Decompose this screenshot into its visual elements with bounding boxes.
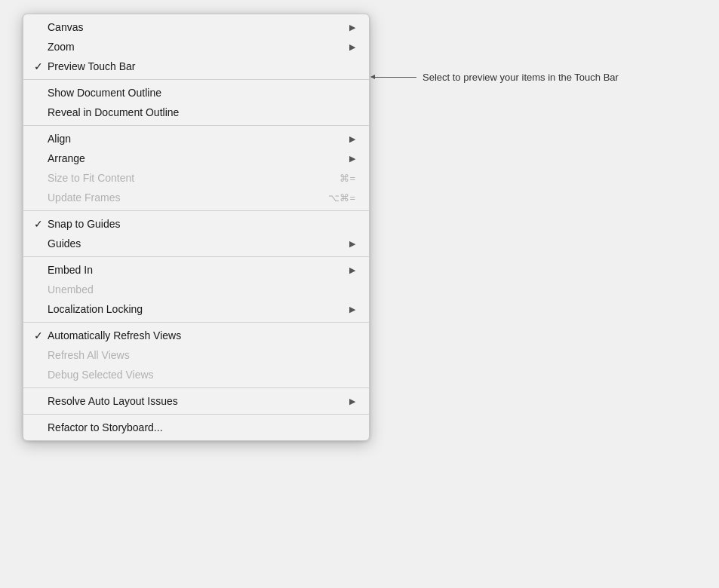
menu-item-unembed: Unembed xyxy=(23,280,369,299)
menu-item-label: Embed In xyxy=(48,264,349,276)
submenu-arrow-icon: ▶ xyxy=(349,154,355,164)
menu-separator xyxy=(23,210,369,211)
menu-item-label: Preview Touch Bar xyxy=(48,60,355,72)
menu-item-label: Zoom xyxy=(48,41,349,53)
menu-separator xyxy=(23,125,369,126)
menu-item-snap-to-guides[interactable]: ✓Snap to Guides xyxy=(23,214,369,234)
menu-item-update-frames: Update Frames⌥⌘= xyxy=(23,188,369,207)
menu-separator xyxy=(23,387,369,388)
menu-item-checkmark: ✓ xyxy=(34,60,48,72)
menu-item-checkmark: ✓ xyxy=(34,329,48,341)
context-menu: Canvas▶Zoom▶✓Preview Touch BarShow Docum… xyxy=(23,14,370,441)
menu-item-label: Reveal in Document Outline xyxy=(48,106,355,118)
menu-item-label: Guides xyxy=(48,237,349,250)
tooltip-arrow xyxy=(371,77,416,78)
submenu-arrow-icon: ▶ xyxy=(349,23,355,32)
submenu-arrow-icon: ▶ xyxy=(349,42,355,52)
submenu-arrow-icon: ▶ xyxy=(349,134,355,144)
menu-item-refresh-all-views: Refresh All Views xyxy=(23,345,369,365)
menu-item-size-to-fit: Size to Fit Content⌘= xyxy=(23,168,369,188)
menu-item-label: Refactor to Storyboard... xyxy=(48,421,355,433)
menu-separator xyxy=(23,79,369,80)
menu-item-embed-in[interactable]: Embed In▶ xyxy=(23,260,369,280)
menu-separator xyxy=(23,322,369,323)
menu-item-label: Size to Fit Content xyxy=(48,172,324,184)
menu-item-label: Update Frames xyxy=(48,191,313,204)
menu-item-arrange[interactable]: Arrange▶ xyxy=(23,149,369,168)
menu-item-show-document-outline[interactable]: Show Document Outline xyxy=(23,83,369,103)
menu-separator xyxy=(23,414,369,415)
menu-item-shortcut: ⌥⌘= xyxy=(313,192,355,204)
menu-item-canvas[interactable]: Canvas▶ xyxy=(23,17,369,37)
menu-item-label: Resolve Auto Layout Issues xyxy=(48,395,349,407)
menu-item-label: Refresh All Views xyxy=(48,349,355,361)
submenu-arrow-icon: ▶ xyxy=(349,239,355,249)
menu-item-debug-selected-views: Debug Selected Views xyxy=(23,365,369,384)
menu-item-reveal-in-document-outline[interactable]: Reveal in Document Outline xyxy=(23,103,369,122)
menu-item-label: Arrange xyxy=(48,152,349,164)
tooltip-container: Select to preview your items in the Touc… xyxy=(371,72,619,83)
menu-item-auto-refresh-views[interactable]: ✓Automatically Refresh Views xyxy=(23,326,369,345)
menu-item-shortcut: ⌘= xyxy=(324,173,355,184)
submenu-arrow-icon: ▶ xyxy=(349,265,355,275)
tooltip-text: Select to preview your items in the Touc… xyxy=(422,72,619,83)
menu-item-checkmark: ✓ xyxy=(34,218,48,230)
menu-item-label: Debug Selected Views xyxy=(48,369,355,381)
submenu-arrow-icon: ▶ xyxy=(349,397,355,406)
menu-item-label: Automatically Refresh Views xyxy=(48,329,355,341)
menu-item-align[interactable]: Align▶ xyxy=(23,129,369,149)
menu-item-label: Snap to Guides xyxy=(48,218,355,230)
menu-item-label: Unembed xyxy=(48,283,355,296)
menu-separator xyxy=(23,256,369,257)
submenu-arrow-icon: ▶ xyxy=(349,305,355,314)
menu-item-preview-touch-bar[interactable]: ✓Preview Touch Bar xyxy=(23,57,369,76)
menu-item-guides[interactable]: Guides▶ xyxy=(23,234,369,253)
menu-item-label: Localization Locking xyxy=(48,303,349,315)
menu-item-zoom[interactable]: Zoom▶ xyxy=(23,37,369,57)
menu-item-label: Canvas xyxy=(48,21,349,33)
menu-item-label: Show Document Outline xyxy=(48,87,355,99)
menu-item-refactor-to-storyboard[interactable]: Refactor to Storyboard... xyxy=(23,418,369,437)
menu-item-label: Align xyxy=(48,133,349,145)
menu-item-localization-locking[interactable]: Localization Locking▶ xyxy=(23,299,369,319)
menu-item-resolve-auto-layout[interactable]: Resolve Auto Layout Issues▶ xyxy=(23,391,369,411)
